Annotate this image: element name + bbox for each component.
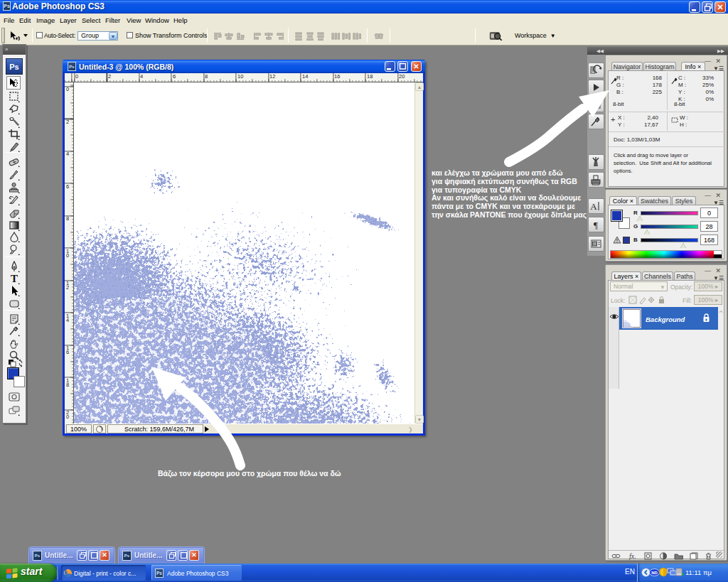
svg-text:ND: ND [651,571,658,575]
